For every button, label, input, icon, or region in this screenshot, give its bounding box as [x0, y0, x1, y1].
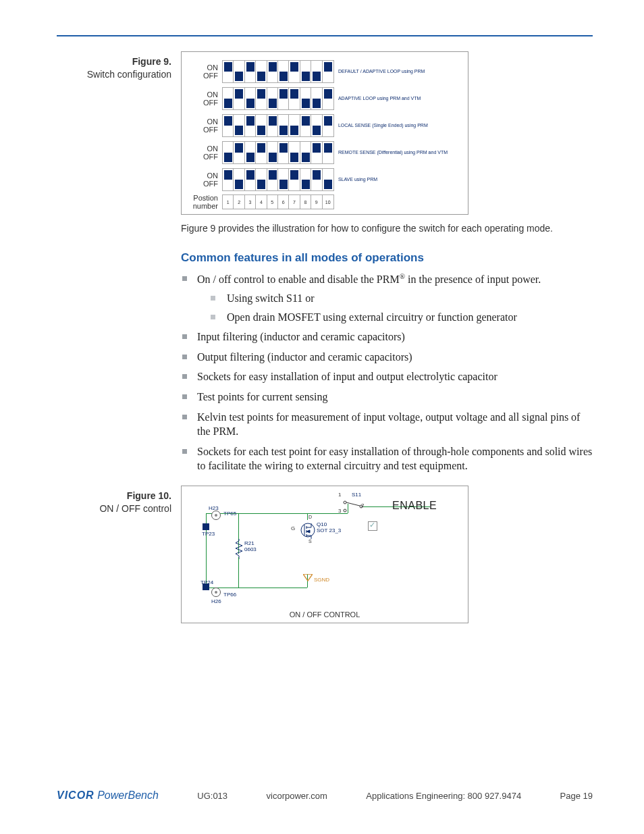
dip-position: [311, 169, 322, 190]
dip-position: [234, 88, 244, 109]
feature-text: Sockets for each test point for easy ins…: [197, 446, 592, 472]
figure-10-caption-text: ON / OFF control: [57, 502, 171, 515]
dip-position-label: Postionnumber: [187, 194, 222, 210]
dip-position-number: 4: [256, 195, 267, 209]
dip-position-number: 10: [323, 195, 333, 209]
dip-position: [289, 61, 300, 82]
label-drain: D: [308, 515, 312, 519]
dip-row-label: DEFAULT / ADAPTIVE LOOP using PRM: [338, 69, 462, 74]
dip-row-onoff: ONOFF: [187, 118, 222, 134]
label-sgnd: SGND: [314, 577, 329, 583]
label-h23: H23: [209, 505, 219, 511]
feature-text: Kelvin test points for measurement of in…: [197, 411, 580, 438]
dip-row: ONOFFREMOTE SENSE (Differential) using P…: [187, 140, 462, 165]
footer-site: vicorpower.com: [267, 791, 327, 801]
resistor-r21: [235, 539, 242, 555]
dip-position-number: 1: [223, 195, 234, 209]
label-r21-pkg: 0603: [244, 546, 257, 552]
label-tp66: TP66: [223, 592, 236, 598]
page-content: Figure 9. Switch configuration ONOFFDEFA…: [57, 51, 593, 623]
dip-position-cells: 12345678910: [222, 194, 334, 209]
dip-position: [267, 142, 278, 163]
feature-item: Sockets for easy installation of input a…: [181, 369, 593, 384]
dip-position: [267, 115, 278, 136]
dip-position: [289, 142, 300, 163]
footer-docid: UG:013: [197, 791, 227, 801]
dip-position-number: 8: [300, 195, 311, 209]
dip-position-number: 2: [234, 195, 244, 209]
features-list: On / off control to enable and disable t…: [181, 271, 593, 473]
dip-position-row: Postionnumber12345678910: [187, 194, 462, 210]
sgnd-symbol: [303, 573, 313, 585]
dip-position: [300, 61, 311, 82]
dip-position: [289, 88, 300, 109]
dip-position-number: 7: [289, 195, 300, 209]
dip-position: [256, 142, 267, 163]
figure-9-caption: Figure 9. Switch configuration: [57, 51, 181, 215]
svg-line-14: [346, 502, 360, 506]
dip-row-onoff: ONOFF: [187, 172, 222, 188]
dip-row-onoff: ONOFF: [187, 145, 222, 161]
checkbox-icon: [368, 521, 377, 531]
label-tp65: TP65: [223, 511, 236, 517]
feature-text: Output filtering (inductor and ceramic c…: [197, 351, 412, 363]
dip-position: [245, 142, 256, 163]
figure-9-caption-text: Switch configuration: [57, 68, 171, 81]
dip-position: [245, 61, 256, 82]
svg-point-0: [301, 523, 315, 537]
footer-page: Page 19: [560, 791, 593, 801]
svg-marker-10: [303, 574, 313, 581]
figure-10-frame: S11 1 2 3 ENABLE H23 TP65 TP23 Q10 SOT 2…: [181, 486, 468, 623]
dip-position: [311, 142, 322, 163]
label-r21: R21: [244, 540, 254, 546]
figure-9-note: Figure 9 provides the illustration for h…: [181, 223, 593, 234]
dip-switch: [222, 141, 334, 164]
dip-position: [311, 61, 322, 82]
dip-position: [234, 115, 244, 136]
dip-position: [223, 169, 234, 190]
dip-position-number: 6: [278, 195, 289, 209]
label-tp23: TP23: [202, 531, 215, 537]
label-tp24: TP24: [200, 579, 213, 585]
header-rule: [57, 35, 593, 36]
h23-hole: [211, 511, 221, 520]
dip-switch: [222, 87, 334, 110]
dip-switch: [222, 60, 334, 83]
label-h26: H26: [211, 598, 221, 604]
dip-row-label: SLAVE using PRM: [338, 177, 462, 182]
dip-position: [323, 88, 333, 109]
section-heading: Common features in all modes of operatio…: [181, 251, 593, 265]
dip-row-onoff: ONOFF: [187, 90, 222, 107]
brand-vicor: VICOR: [57, 789, 95, 801]
feature-item: Output filtering (inductor and ceramic c…: [181, 350, 593, 365]
dip-position: [300, 169, 311, 190]
figure-9-number: Figure 9.: [57, 55, 171, 68]
feature-text: On / off control to enable and disable t…: [197, 274, 400, 286]
label-s11-pin3: 3: [338, 508, 341, 514]
dip-switch: [222, 168, 334, 191]
dip-position: [256, 115, 267, 136]
label-enable: ENABLE: [392, 500, 437, 512]
tp23-pad: [203, 523, 209, 530]
feature-text: in the presence of input power.: [405, 274, 541, 286]
feature-item: Sockets for each test point for easy ins…: [181, 444, 593, 473]
dip-position: [278, 169, 289, 190]
page-footer: VICOR PowerBench UG:013 vicorpower.com A…: [57, 789, 593, 802]
dip-position: [256, 88, 267, 109]
h26-hole: [211, 588, 221, 597]
label-s11-pin2: 2: [361, 502, 364, 509]
dip-position: [256, 169, 267, 190]
dip-position: [234, 142, 244, 163]
dip-switch: [222, 114, 334, 137]
dip-position: [245, 169, 256, 190]
feature-subitem: Using switch S11 or: [197, 291, 593, 306]
dip-row-label: ADAPTIVE LOOP using PRM and VTM: [338, 96, 462, 101]
dip-row: ONOFFLOCAL SENSE (Single Ended) using PR…: [187, 113, 462, 138]
label-sot: SOT 23_3: [317, 527, 341, 533]
dip-position: [267, 61, 278, 82]
mosfet-q10: [298, 520, 315, 538]
dip-position: [223, 115, 234, 136]
dip-position: [223, 88, 234, 109]
dip-row-label: REMOTE SENSE (Differential) using PRM an…: [338, 150, 462, 155]
feature-text: Sockets for easy installation of input a…: [197, 371, 498, 382]
